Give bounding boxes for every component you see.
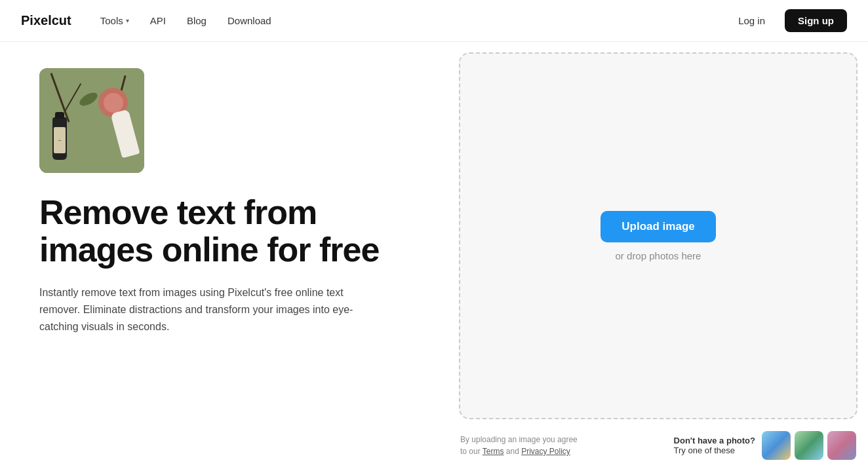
hero-description: Instantly remove text from images using … [39, 284, 380, 335]
login-button[interactable]: Log in [726, 10, 777, 31]
nav-item-download[interactable]: Download [220, 10, 279, 31]
chevron-down-icon: ▾ [126, 17, 129, 24]
nav-item-api[interactable]: API [142, 10, 174, 31]
main-content: ••• Remove text from images online for f… [0, 42, 868, 471]
sample-label: Don't have a photo? Try one of these [674, 436, 755, 455]
upload-dropzone[interactable]: Upload image or drop photos here [459, 52, 858, 419]
terms-link[interactable]: Terms [483, 447, 504, 456]
upload-image-button[interactable]: Upload image [601, 211, 715, 242]
nav-item-blog[interactable]: Blog [179, 10, 214, 31]
logo[interactable]: Pixelcut [21, 13, 71, 28]
product-image: ••• [39, 68, 144, 173]
left-panel: ••• Remove text from images online for f… [0, 42, 459, 471]
upload-footer: By uploading an image you agree to our T… [459, 424, 858, 462]
signup-button[interactable]: Sign up [785, 9, 847, 32]
sample-thumb-3[interactable] [827, 431, 856, 460]
navbar: Pixelcut Tools ▾ API Blog Download Log i… [0, 0, 868, 42]
page-headline: Remove text from images online for free [39, 194, 420, 269]
sample-thumbnails [762, 431, 856, 460]
sample-section: Don't have a photo? Try one of these [674, 431, 856, 460]
sample-thumb-1[interactable] [762, 431, 791, 460]
nav-actions: Log in Sign up [726, 9, 847, 32]
sample-thumb-2[interactable] [795, 431, 823, 460]
drop-hint-text: or drop photos here [616, 250, 701, 261]
terms-text: By uploading an image you agree to our T… [460, 434, 578, 457]
right-panel: Upload image or drop photos here By uplo… [459, 42, 868, 471]
nav-item-tools[interactable]: Tools ▾ [92, 10, 137, 31]
privacy-link[interactable]: Privacy Policy [521, 447, 570, 456]
nav-links: Tools ▾ API Blog Download [92, 10, 726, 31]
